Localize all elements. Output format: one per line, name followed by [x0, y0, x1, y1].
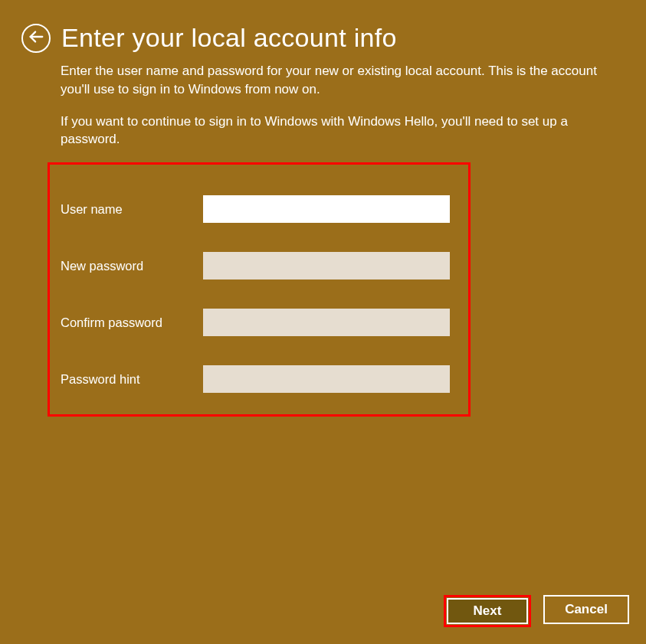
description-block: Enter the user name and password for you… — [0, 53, 621, 149]
username-label: User name — [61, 202, 203, 217]
description-paragraph-1: Enter the user name and password for you… — [61, 62, 598, 99]
form-highlight-box: User name New password Confirm password … — [48, 162, 471, 417]
footer-buttons: Next Cancel — [444, 595, 629, 627]
back-button[interactable] — [21, 24, 51, 53]
description-paragraph-2: If you want to continue to sign in to Wi… — [61, 113, 598, 149]
new-password-input[interactable] — [203, 252, 450, 280]
next-button-highlight: Next — [444, 595, 531, 627]
page-title: Enter your local account info — [61, 23, 397, 53]
next-button[interactable]: Next — [447, 598, 528, 624]
form-row-new-password: New password — [61, 252, 450, 280]
cancel-button[interactable]: Cancel — [543, 595, 629, 624]
username-input[interactable] — [203, 195, 450, 223]
new-password-label: New password — [61, 259, 203, 273]
password-hint-input[interactable] — [203, 365, 450, 393]
form-row-username: User name — [61, 195, 450, 223]
confirm-password-input[interactable] — [203, 309, 450, 336]
form-row-password-hint: Password hint — [61, 365, 450, 393]
back-arrow-icon — [28, 28, 44, 48]
confirm-password-label: Confirm password — [61, 315, 203, 330]
form-row-confirm-password: Confirm password — [61, 309, 450, 336]
password-hint-label: Password hint — [61, 372, 203, 387]
